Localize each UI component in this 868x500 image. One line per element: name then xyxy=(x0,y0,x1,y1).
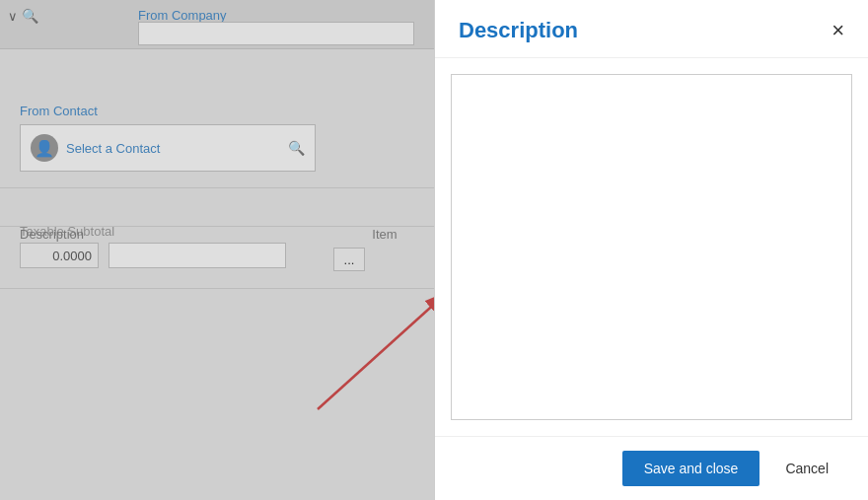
modal-body xyxy=(435,58,868,436)
modal-close-button[interactable]: × xyxy=(832,20,844,41)
cancel-button[interactable]: Cancel xyxy=(769,451,844,486)
save-and-close-button[interactable]: Save and close xyxy=(622,451,760,486)
modal-header: Description × xyxy=(435,0,868,58)
modal-title: Description xyxy=(459,18,578,43)
description-textarea[interactable] xyxy=(451,74,852,420)
modal-footer: Save and close Cancel xyxy=(435,436,868,500)
description-modal: Description × Save and close Cancel xyxy=(434,0,868,500)
